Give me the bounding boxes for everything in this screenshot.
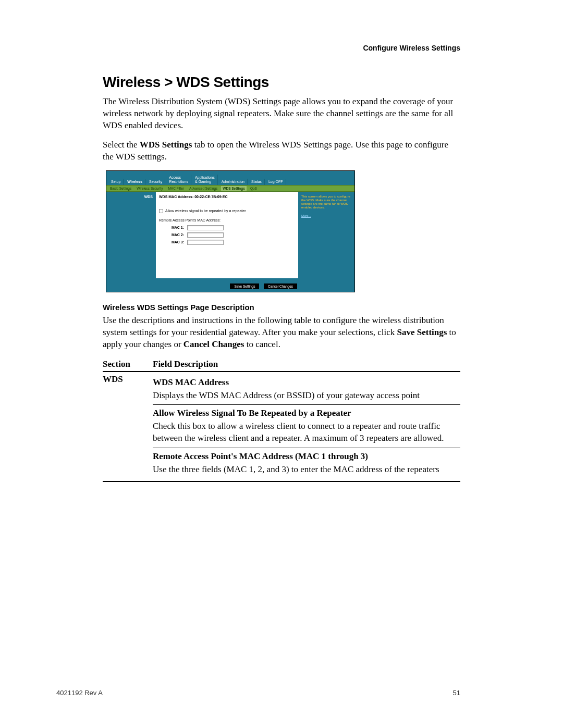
footer-doc-id: 4021192 Rev A	[56, 689, 103, 697]
router-help-panel: This screen allows you to configure the …	[298, 192, 354, 278]
tab-logoff[interactable]: Log OFF	[266, 179, 286, 185]
mac1-input[interactable]	[187, 225, 224, 230]
tab-wireless[interactable]: Wireless	[125, 179, 145, 185]
mac3-input[interactable]	[187, 240, 224, 245]
subheading: Wireless WDS Settings Page Description	[103, 303, 460, 312]
footer-page-number: 51	[453, 689, 460, 697]
intro-paragraph-2: Select the WDS Settings tab to open the …	[103, 139, 460, 163]
field-title-1: Allow Wireless Signal To Be Repeated by …	[153, 408, 460, 418]
router-sub-tabs: Basic Settings Wireless Security MAC Fil…	[106, 185, 354, 192]
router-left-label: WDS	[106, 192, 156, 278]
cancel-changes-button[interactable]: Cancel Changes	[264, 283, 297, 289]
router-help-more-link[interactable]: More...	[301, 214, 311, 217]
field-title-0: WDS MAC Address	[153, 377, 460, 388]
page-title: Wireless > WDS Settings	[103, 74, 460, 91]
desc-intro-post: to cancel.	[244, 339, 280, 349]
description-intro: Use the descriptions and instructions in…	[103, 315, 460, 351]
intro2-pre: Select the	[103, 140, 140, 150]
desc-intro-b2: Cancel Changes	[183, 339, 244, 349]
tab-security[interactable]: Security	[146, 179, 165, 185]
desc-intro-pre: Use the descriptions and instructions in…	[103, 315, 444, 337]
subtab-basic-settings[interactable]: Basic Settings	[108, 186, 133, 191]
subtab-advanced-settings[interactable]: Advanced Settings	[188, 186, 219, 191]
field-body-0: Displays the WDS MAC Address (or BSSID) …	[153, 390, 460, 402]
subtab-wds-settings[interactable]: WDS Settings	[221, 186, 247, 191]
tab-applications-gaming[interactable]: Applications & Gaming	[192, 175, 218, 185]
tab-access-restrictions[interactable]: Access Restrictions	[166, 175, 191, 185]
subtab-mac-filter[interactable]: MAC Filter	[166, 186, 186, 191]
field-body-2: Use the three fields (MAC 1, 2, and 3) t…	[153, 464, 460, 476]
router-footer: Save Settings Cancel Changes	[106, 278, 354, 292]
remote-ap-mac-label: Remote Access Point's MAC Address:	[159, 218, 295, 222]
subtab-wireless-security[interactable]: Wireless Security	[135, 186, 164, 191]
allow-repeater-label: Allow wireless signal to be repeated by …	[165, 209, 246, 213]
tab-administration[interactable]: Administration	[219, 179, 248, 185]
intro2-bold: WDS Settings	[140, 140, 192, 150]
running-header: Configure Wireless Settings	[363, 44, 460, 52]
subtab-qos[interactable]: QoS	[249, 186, 259, 191]
field-cell: WDS MAC Address Displays the WDS MAC Add…	[153, 372, 460, 482]
router-help-text: This screen allows you to configure the …	[301, 195, 351, 210]
col-field-header: Field Description	[153, 358, 460, 372]
wds-mac-address-label: WDS MAC Address: 00:22:CE:7B:09:EC	[159, 195, 295, 199]
tab-setup[interactable]: Setup	[108, 179, 124, 185]
mac2-label: MAC 2:	[170, 233, 184, 237]
router-main-tabs: Setup Wireless Security Access Restricti…	[106, 175, 354, 185]
field-title-2: Remote Access Point's MAC Address (MAC 1…	[153, 451, 460, 462]
save-settings-button[interactable]: Save Settings	[230, 283, 259, 289]
intro-paragraph-1: The Wireless Distribution System (WDS) S…	[103, 96, 460, 132]
mac2-input[interactable]	[187, 232, 224, 238]
tab-status[interactable]: Status	[249, 179, 265, 185]
col-section-header: Section	[103, 358, 153, 372]
field-body-1: Check this box to allow a wireless clien…	[153, 421, 460, 445]
mac1-label: MAC 1:	[170, 226, 184, 229]
router-screenshot: Setup Wireless Security Access Restricti…	[106, 170, 355, 292]
field-description-table: Section Field Description WDS WDS MAC Ad…	[103, 358, 460, 483]
section-cell-wds: WDS	[103, 372, 153, 482]
mac3-label: MAC 3:	[170, 240, 184, 244]
router-center-panel: WDS MAC Address: 00:22:CE:7B:09:EC Allow…	[156, 192, 298, 278]
allow-repeater-checkbox[interactable]	[159, 209, 163, 213]
desc-intro-b1: Save Settings	[397, 327, 447, 337]
